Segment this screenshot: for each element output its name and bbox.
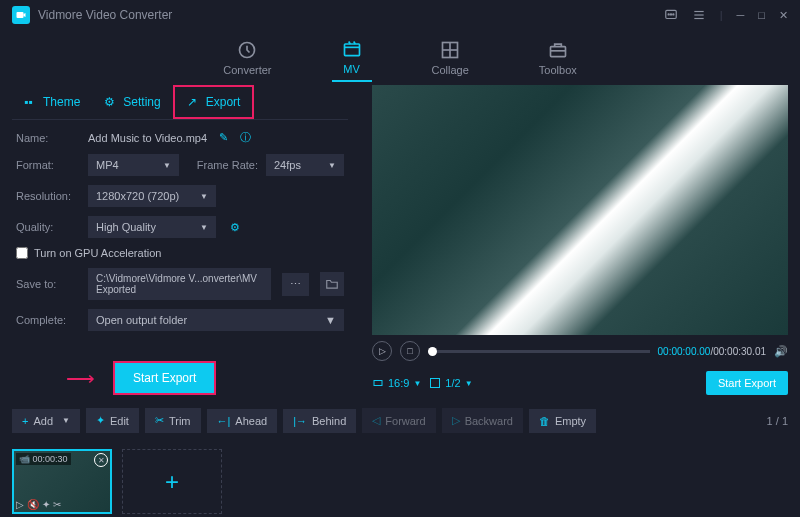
menu-icon[interactable]: [692, 8, 706, 22]
nav-toolbox[interactable]: Toolbox: [529, 35, 587, 81]
framerate-label: Frame Rate:: [197, 159, 258, 171]
chevron-down-icon: ▼: [62, 416, 70, 425]
gpu-label: Turn on GPU Acceleration: [34, 247, 161, 259]
ahead-button[interactable]: ←|Ahead: [207, 409, 278, 433]
toolbox-icon: [548, 40, 568, 60]
nav-mv[interactable]: MV: [332, 34, 372, 82]
tab-export[interactable]: ↗Export: [173, 85, 255, 119]
nav-collage[interactable]: Collage: [422, 35, 479, 81]
clip-duration: 📹 00:00:30: [16, 453, 71, 465]
thumbnail-strip: 📹 00:00:30 ✕ ▷ 🔇 ✦ ✂ +: [0, 441, 800, 517]
close-icon[interactable]: ✕: [779, 8, 788, 22]
maximize-icon[interactable]: □: [758, 8, 765, 22]
thumb-play-icon[interactable]: ▷: [16, 499, 24, 510]
scale-select[interactable]: 1/2 ▼: [429, 377, 472, 389]
titlebar: Vidmore Video Converter | ─ □ ✕: [0, 0, 800, 30]
export-icon: ↗: [187, 95, 201, 109]
chevron-down-icon: ▼: [200, 192, 208, 201]
thumb-mute-icon[interactable]: 🔇: [27, 499, 39, 510]
resolution-select[interactable]: 1280x720 (720p)▼: [88, 185, 216, 207]
setting-icon: ⚙: [104, 95, 118, 109]
filename: Add Music to Video.mp4: [88, 132, 207, 144]
wand-icon: ✦: [96, 414, 105, 427]
converter-icon: [237, 40, 257, 60]
feedback-icon[interactable]: [664, 8, 678, 22]
edit-button[interactable]: ✦Edit: [86, 408, 139, 433]
trim-button[interactable]: ✂Trim: [145, 408, 201, 433]
theme-icon: ▪▪: [24, 95, 38, 109]
info-icon[interactable]: ⓘ: [240, 130, 251, 145]
svg-rect-9: [344, 44, 359, 56]
svg-point-4: [672, 14, 673, 15]
preview-panel: ▷ □ 00:00:00.00/00:00:30.01 🔊 16:9 ▼ 1/2…: [360, 85, 800, 400]
app-logo: [12, 6, 30, 24]
mv-icon: [342, 39, 362, 59]
start-export-button[interactable]: Start Export: [113, 361, 216, 395]
nav-converter[interactable]: Converter: [213, 35, 281, 81]
behind-button[interactable]: |→Behind: [283, 409, 356, 433]
preview-start-export-button[interactable]: Start Export: [706, 371, 788, 395]
saveto-label: Save to:: [16, 278, 80, 290]
gear-icon[interactable]: ⚙: [230, 221, 240, 234]
trash-icon: 🗑: [539, 415, 550, 427]
add-button[interactable]: +Add▼: [12, 409, 80, 433]
format-label: Format:: [16, 159, 80, 171]
forward-button[interactable]: ◁Forward: [362, 408, 435, 433]
format-select[interactable]: MP4▼: [88, 154, 179, 176]
collage-icon: [440, 40, 460, 60]
chevron-down-icon: ▼: [325, 314, 336, 326]
backward-icon: ▷: [452, 414, 460, 427]
stop-button[interactable]: □: [400, 341, 420, 361]
resolution-label: Resolution:: [16, 190, 80, 202]
ahead-icon: ←|: [217, 415, 231, 427]
chevron-down-icon: ▼: [163, 161, 171, 170]
tab-theme[interactable]: ▪▪Theme: [12, 85, 92, 119]
saveto-path: C:\Vidmore\Vidmore V...onverter\MV Expor…: [88, 268, 271, 300]
complete-label: Complete:: [16, 314, 80, 326]
quality-label: Quality:: [16, 221, 80, 233]
folder-icon[interactable]: [320, 272, 344, 296]
app-title: Vidmore Video Converter: [38, 8, 664, 22]
video-preview[interactable]: [372, 85, 788, 335]
add-clip-button[interactable]: +: [122, 449, 222, 514]
minimize-icon[interactable]: ─: [737, 8, 745, 22]
plus-icon: +: [22, 415, 28, 427]
complete-select[interactable]: Open output folder▼: [88, 309, 344, 331]
thumb-edit-icon[interactable]: ✦: [42, 499, 50, 510]
name-label: Name:: [16, 132, 80, 144]
svg-rect-0: [17, 12, 24, 18]
chevron-down-icon: ▼: [200, 223, 208, 232]
chevron-down-icon: ▼: [328, 161, 336, 170]
browse-button[interactable]: ⋯: [282, 273, 309, 296]
forward-icon: ◁: [372, 414, 380, 427]
empty-button[interactable]: 🗑Empty: [529, 409, 596, 433]
framerate-select[interactable]: 24fps▼: [266, 154, 344, 176]
tab-setting[interactable]: ⚙Setting: [92, 85, 172, 119]
remove-clip-icon[interactable]: ✕: [94, 453, 108, 467]
svg-point-2: [668, 14, 669, 15]
svg-rect-18: [374, 381, 382, 386]
thumb-trim-icon[interactable]: ✂: [53, 499, 61, 510]
backward-button[interactable]: ▷Backward: [442, 408, 523, 433]
clip-thumbnail[interactable]: 📹 00:00:30 ✕ ▷ 🔇 ✦ ✂: [12, 449, 112, 514]
time-display: 00:00:00.00/00:00:30.01: [658, 346, 766, 357]
main-nav: Converter MV Collage Toolbox: [0, 30, 800, 85]
chevron-down-icon: ▼: [413, 379, 421, 388]
scissors-icon: ✂: [155, 414, 164, 427]
page-indicator: 1 / 1: [767, 415, 788, 427]
chevron-down-icon: ▼: [465, 379, 473, 388]
progress-bar[interactable]: [428, 350, 650, 353]
arrow-icon: ⟶: [66, 366, 95, 390]
aspect-ratio-select[interactable]: 16:9 ▼: [372, 377, 421, 389]
svg-point-3: [670, 14, 671, 15]
volume-icon[interactable]: 🔊: [774, 345, 788, 358]
left-panel: ▪▪Theme ⚙Setting ↗Export Name: Add Music…: [0, 85, 360, 400]
gpu-checkbox[interactable]: [16, 247, 28, 259]
svg-rect-19: [431, 379, 440, 388]
behind-icon: |→: [293, 415, 307, 427]
edit-icon[interactable]: ✎: [219, 131, 228, 144]
play-button[interactable]: ▷: [372, 341, 392, 361]
quality-select[interactable]: High Quality▼: [88, 216, 216, 238]
